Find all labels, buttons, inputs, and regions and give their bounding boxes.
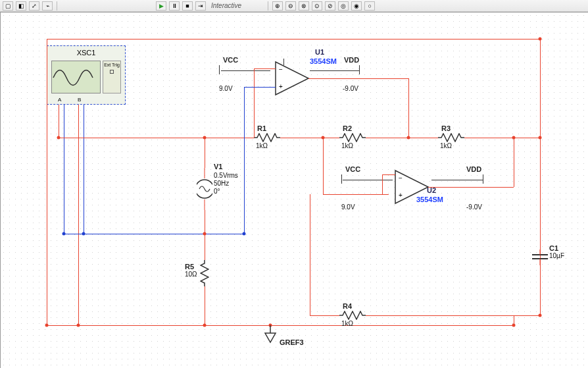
wire	[408, 78, 409, 138]
scope-ref: XSC1	[47, 46, 125, 57]
resistor-r4[interactable]	[339, 311, 366, 320]
junction-node	[243, 232, 246, 236]
wire	[254, 108, 255, 138]
u1-ref: U1	[315, 48, 324, 56]
wire	[205, 138, 205, 168]
svg-marker-14	[265, 333, 276, 342]
toolbar-button-1[interactable]: ▢	[3, 1, 13, 11]
resistor-r3[interactable]	[438, 133, 464, 142]
junction-node	[82, 232, 86, 236]
probe-7-button[interactable]: ◉	[351, 1, 362, 11]
wire	[323, 138, 324, 194]
junction-node	[203, 324, 207, 327]
resistor-r2[interactable]	[339, 133, 366, 142]
opamp-u1[interactable]: − +	[269, 59, 315, 101]
wire	[64, 105, 64, 234]
c1-ref: C1	[549, 244, 558, 252]
junction-node	[512, 136, 516, 140]
gref3-label: GREF3	[280, 338, 304, 346]
probe-2-button[interactable]: ⊖	[285, 1, 296, 11]
svg-text:+: +	[279, 83, 283, 90]
wire	[343, 180, 393, 180]
play-button[interactable]: ▶	[156, 1, 166, 11]
v1-value3: 0°	[214, 188, 220, 196]
junction-node	[45, 324, 49, 327]
capacitor-c1[interactable]	[532, 250, 548, 268]
probe-1-button[interactable]: ⊕	[272, 1, 283, 11]
r1-ref: R1	[257, 124, 266, 132]
pause-button[interactable]: ⏸	[169, 1, 180, 11]
ground-gref3[interactable]	[264, 325, 277, 348]
wire	[310, 70, 359, 71]
probe-8-button[interactable]: ○	[364, 1, 375, 11]
probe-4-button[interactable]: ⊙	[312, 1, 322, 11]
u2-vdd-tick	[483, 174, 483, 184]
wire	[382, 174, 395, 175]
u1-vdd-label: VDD	[344, 56, 359, 64]
probe-5-button[interactable]: ⊘	[325, 1, 335, 11]
wire	[308, 78, 408, 79]
r2-value: 1kΩ	[341, 142, 353, 150]
wire	[428, 187, 514, 188]
ext-trig-port	[110, 70, 114, 74]
u1-model: 3554SM	[310, 57, 337, 65]
junction-node	[77, 324, 80, 327]
wire	[514, 315, 514, 325]
wire	[366, 315, 514, 316]
toolbar-button-3[interactable]: ⤢	[29, 1, 39, 11]
wire	[205, 210, 205, 234]
wire	[59, 138, 205, 138]
r3-ref: R3	[441, 124, 451, 132]
junction-node	[57, 136, 61, 140]
r4-value: 1kΩ	[341, 320, 353, 328]
ext-trig-label: Ext Trig	[103, 63, 120, 67]
wire	[310, 315, 339, 316]
step-button[interactable]: ⇥	[195, 1, 206, 11]
toolbar-button-2[interactable]: ◧	[16, 1, 26, 11]
vdd-tick	[359, 65, 360, 74]
junction-node	[62, 232, 66, 236]
junction-node	[407, 136, 410, 140]
wire	[244, 87, 276, 88]
stop-button[interactable]: ■	[182, 1, 193, 11]
u1-vcc-value: 9.0V	[219, 85, 233, 93]
wire	[283, 59, 284, 65]
source-v1[interactable]	[197, 168, 212, 213]
r5-ref: R5	[185, 263, 194, 271]
wire	[323, 194, 389, 195]
u2-vcc-tick	[341, 174, 342, 184]
svg-text:+: +	[399, 192, 403, 199]
wire	[205, 286, 205, 325]
scope-channel-a-label: A	[58, 97, 61, 103]
wire	[205, 138, 254, 138]
probe-6-button[interactable]: ◎	[338, 1, 349, 11]
wire	[221, 70, 270, 71]
toolbar-separator	[57, 1, 57, 11]
wire	[47, 39, 47, 325]
wire	[59, 105, 59, 138]
mode-label: Interactive	[211, 2, 241, 9]
oscilloscope-xsc1[interactable]: XSC1 Ext Trig A B	[47, 45, 126, 105]
wire	[254, 68, 255, 108]
wire	[514, 138, 514, 187]
u2-vcc-label: VCC	[345, 165, 360, 173]
u2-vdd-label: VDD	[466, 165, 481, 173]
u2-model: 3554SM	[416, 196, 443, 203]
resistor-r5[interactable]	[200, 260, 209, 286]
v1-ref: V1	[214, 163, 222, 171]
toolbar-button-4[interactable]: ⌁	[42, 1, 53, 11]
wire	[366, 138, 438, 138]
wire	[280, 138, 339, 138]
v1-value1: 0.5Vrms	[214, 172, 238, 180]
r5-value: 10Ω	[185, 271, 197, 278]
svg-text:−: −	[279, 66, 283, 73]
svg-text:−: −	[399, 174, 403, 182]
junction-node	[539, 38, 542, 41]
wire	[382, 174, 383, 194]
probe-3-button[interactable]: ⊗	[299, 1, 309, 11]
schematic-canvas[interactable]: XSC1 Ext Trig A B R1 1kΩ R2 1kΩ R3 1kΩ	[0, 12, 588, 368]
junction-node	[539, 136, 542, 140]
resistor-r1[interactable]	[254, 133, 280, 142]
wire	[540, 39, 541, 315]
wire	[254, 68, 276, 69]
